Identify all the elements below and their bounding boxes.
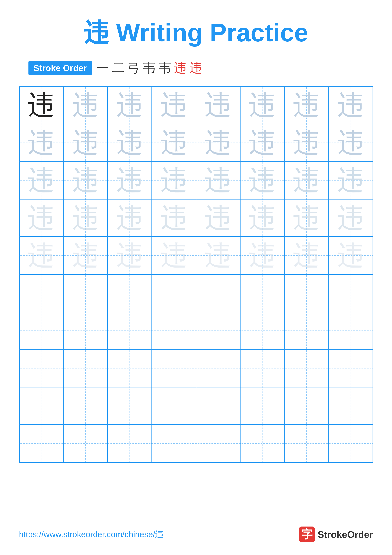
grid-cell[interactable]	[152, 274, 196, 312]
practice-char: 违	[116, 204, 143, 232]
footer-logo: 字 StrokeOrder	[299, 526, 373, 542]
grid-cell[interactable]: 违	[152, 86, 196, 124]
grid-cell[interactable]: 违	[240, 237, 285, 274]
grid-cell[interactable]: 违	[152, 161, 196, 199]
grid-cell[interactable]	[240, 274, 285, 312]
grid-cell[interactable]	[108, 312, 152, 350]
grid-cell[interactable]	[196, 387, 240, 425]
grid-cell[interactable]	[328, 425, 373, 462]
grid-cell[interactable]	[19, 350, 64, 387]
practice-char: 违	[249, 204, 276, 232]
grid-cell[interactable]: 违	[19, 86, 64, 124]
grid-cell[interactable]	[328, 387, 373, 425]
grid-cell[interactable]: 违	[285, 161, 329, 199]
grid-cell[interactable]	[240, 425, 285, 462]
grid-cell[interactable]	[152, 387, 196, 425]
grid-cell[interactable]: 违	[108, 161, 152, 199]
grid-cell[interactable]	[285, 425, 329, 462]
grid-cell[interactable]: 违	[19, 161, 64, 199]
grid-cell[interactable]: 违	[328, 199, 373, 237]
grid-cell[interactable]	[108, 350, 152, 387]
grid-cell[interactable]: 违	[285, 199, 329, 237]
grid-cell[interactable]: 违	[64, 161, 108, 199]
grid-cell[interactable]: 违	[108, 199, 152, 237]
grid-cell[interactable]	[64, 274, 108, 312]
footer-url[interactable]: https://www.strokeorder.com/chinese/违	[19, 529, 163, 540]
practice-char: 违	[28, 129, 55, 156]
grid-cell[interactable]	[240, 312, 285, 350]
grid-cell[interactable]: 违	[152, 199, 196, 237]
practice-char: 违	[337, 242, 364, 269]
grid-cell[interactable]	[152, 350, 196, 387]
grid-cell[interactable]	[108, 425, 152, 462]
grid-cell[interactable]: 违	[196, 86, 240, 124]
grid-cell[interactable]	[152, 312, 196, 350]
grid-cell[interactable]	[108, 387, 152, 425]
grid-cell[interactable]: 违	[328, 161, 373, 199]
grid-cell[interactable]	[196, 312, 240, 350]
grid-cell[interactable]: 违	[328, 237, 373, 274]
grid-cell[interactable]: 违	[19, 237, 64, 274]
grid-cell[interactable]	[64, 387, 108, 425]
grid-cell[interactable]: 违	[240, 124, 285, 162]
grid-cell[interactable]	[19, 312, 64, 350]
grid-cell[interactable]: 违	[285, 124, 329, 162]
practice-char: 违	[72, 242, 99, 269]
practice-char: 违	[116, 167, 143, 194]
grid-cell[interactable]	[196, 425, 240, 462]
stroke-order-badge: Stroke Order	[29, 61, 92, 75]
grid-cell[interactable]	[19, 274, 64, 312]
grid-cell[interactable]	[285, 274, 329, 312]
practice-char: 违	[337, 167, 364, 194]
grid-cell[interactable]: 违	[64, 86, 108, 124]
grid-cell[interactable]	[64, 312, 108, 350]
grid-cell[interactable]: 违	[152, 124, 196, 162]
grid-cell[interactable]	[328, 350, 373, 387]
grid-cell[interactable]: 违	[108, 86, 152, 124]
grid-cell[interactable]	[285, 350, 329, 387]
grid-cell[interactable]	[285, 387, 329, 425]
grid-cell[interactable]: 违	[328, 124, 373, 162]
grid-cell[interactable]: 违	[240, 161, 285, 199]
grid-cell[interactable]: 违	[328, 86, 373, 124]
grid-cell[interactable]	[64, 350, 108, 387]
grid-cell[interactable]	[152, 425, 196, 462]
grid-cell[interactable]	[240, 350, 285, 387]
grid-cell[interactable]: 违	[285, 237, 329, 274]
grid-cell[interactable]	[64, 425, 108, 462]
grid-cell[interactable]	[19, 387, 64, 425]
grid-cell[interactable]: 违	[240, 199, 285, 237]
grid-cell[interactable]: 违	[240, 86, 285, 124]
grid-cell[interactable]	[328, 312, 373, 350]
grid-cell[interactable]: 违	[19, 199, 64, 237]
grid-cell[interactable]: 违	[108, 124, 152, 162]
grid-cell[interactable]: 违	[108, 237, 152, 274]
grid-cell[interactable]	[328, 274, 373, 312]
grid-cell[interactable]	[240, 387, 285, 425]
grid-cell[interactable]: 违	[64, 124, 108, 162]
grid-cell[interactable]: 违	[19, 124, 64, 162]
practice-char: 违	[161, 92, 187, 119]
practice-char: 违	[28, 204, 55, 232]
grid-cell[interactable]: 违	[64, 237, 108, 274]
practice-char: 违	[293, 204, 320, 232]
grid-cell[interactable]	[19, 425, 64, 462]
logo-text: StrokeOrder	[318, 529, 373, 540]
grid-cell[interactable]	[196, 274, 240, 312]
grid-cell[interactable]: 违	[152, 237, 196, 274]
grid-cell[interactable]	[196, 350, 240, 387]
practice-char: 违	[205, 129, 231, 156]
grid-cell[interactable]: 违	[196, 161, 240, 199]
grid-cell[interactable]	[285, 312, 329, 350]
practice-char: 违	[28, 242, 55, 269]
grid-cell[interactable]	[108, 274, 152, 312]
grid-cell[interactable]: 违	[196, 199, 240, 237]
page: 违 Writing Practice Stroke Order 一 二 弓 韦 …	[0, 0, 392, 555]
practice-char: 违	[249, 92, 276, 119]
practice-char: 违	[28, 167, 55, 194]
grid-cell[interactable]: 违	[285, 86, 329, 124]
grid-cell[interactable]: 违	[196, 124, 240, 162]
practice-char: 违	[205, 167, 231, 194]
grid-cell[interactable]: 违	[64, 199, 108, 237]
grid-cell[interactable]: 违	[196, 237, 240, 274]
